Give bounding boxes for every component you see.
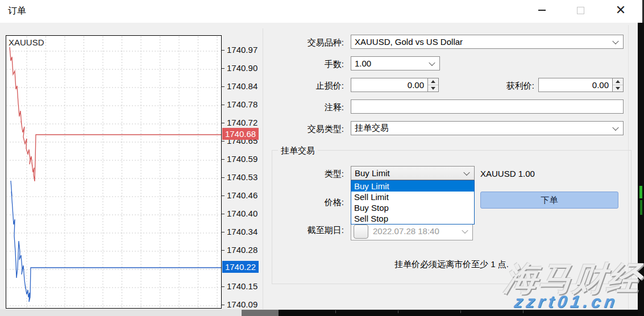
axis-tick	[222, 305, 225, 305]
trade-type-label: 交易类型:	[270, 124, 344, 135]
takeprofit-value: 0.00	[592, 80, 609, 90]
axis-price-label: 1740.90	[227, 63, 257, 73]
axis-tick	[222, 196, 225, 196]
axis-tick	[222, 286, 225, 287]
chevron-down-icon	[612, 38, 618, 44]
axis-price-label: 1740.59	[227, 154, 257, 164]
time-tick	[398, 310, 398, 313]
volume-value: 1.00	[355, 59, 371, 68]
stoploss-input[interactable]: 0.00	[351, 78, 428, 92]
axis-tick	[222, 68, 225, 69]
time-tick	[335, 310, 336, 313]
time-tick	[523, 310, 523, 313]
axis-price-label: 1740.09	[227, 300, 257, 309]
axis-price-label: 1740.28	[227, 245, 257, 255]
axis-tick	[222, 159, 225, 160]
expiry-label: 截至期日:	[270, 225, 344, 236]
axis-tick	[222, 214, 225, 214]
expiry-checkbox[interactable]	[354, 224, 368, 239]
volume-label: 手数:	[270, 59, 344, 70]
axis-tick	[222, 232, 225, 232]
chart-symbol-label: XAUUSD	[9, 38, 44, 47]
background-chart-strip	[638, 23, 644, 316]
place-order-button[interactable]: 下单	[480, 192, 618, 209]
title-bar: 订单 ✕	[0, 0, 644, 23]
order-type-select[interactable]: Buy Limit	[351, 166, 475, 180]
axis-price-label: 1740.72	[227, 118, 257, 127]
candle-mark	[640, 200, 642, 215]
step-up-button[interactable]	[613, 78, 623, 85]
axis-price-label: 1740.78	[227, 99, 257, 109]
minimize-icon	[538, 10, 546, 11]
trade-type-value: 挂单交易	[355, 123, 389, 134]
symbol-select[interactable]: XAUUSD, Gold vs US Dollar	[351, 35, 624, 49]
close-icon: ✕	[616, 3, 626, 18]
axis-price-label: 1740.97	[227, 45, 257, 55]
stoploss-label: 止损价:	[270, 81, 344, 92]
comment-label: 注释:	[270, 102, 344, 113]
time-tick	[460, 310, 461, 313]
pending-price-hint: 挂单价必须远离市价至少 1 点.	[272, 259, 631, 270]
axis-tick	[222, 105, 225, 105]
expiry-value: 2022.07.28 18:40	[373, 226, 439, 236]
bid-price-tag: 1740.22	[222, 261, 259, 273]
time-axis-strip	[279, 310, 644, 316]
axis-tick	[222, 123, 225, 123]
ask-price-tag: 1740.68	[222, 128, 259, 140]
step-down-button[interactable]	[428, 85, 438, 92]
maximize-icon	[577, 7, 584, 14]
axis-price-label: 1740.40	[227, 209, 257, 218]
watermark-url: zzrt01.cn	[513, 292, 620, 311]
chevron-down-icon	[462, 227, 468, 234]
step-down-button[interactable]	[613, 85, 623, 92]
chart-canvas	[6, 36, 221, 308]
volume-select[interactable]: 1.00	[351, 56, 440, 70]
axis-price-label: 1740.84	[227, 81, 257, 91]
background-time-axis	[0, 309, 644, 316]
chevron-down-icon	[463, 169, 470, 175]
symbol-value: XAUUSD, Gold vs US Dollar	[355, 37, 463, 47]
axis-price-label: 1740.15	[227, 281, 257, 291]
comment-input[interactable]	[351, 99, 624, 114]
axis-tick	[222, 50, 225, 51]
takeprofit-label: 获利价:	[460, 81, 534, 92]
axis-tick	[222, 250, 225, 251]
order-info-text: XAUUSD 1.00	[480, 169, 535, 178]
candle-mark	[639, 186, 642, 198]
order-type-option[interactable]: Sell Limit	[351, 192, 474, 202]
arrow-up-icon	[616, 80, 620, 83]
axis-price-label: 1740.46	[227, 190, 257, 200]
trade-type-select[interactable]: 挂单交易	[351, 121, 624, 135]
chevron-down-icon	[429, 59, 435, 65]
tick-chart: XAUUSD	[6, 35, 222, 309]
axis-tick	[222, 177, 225, 178]
takeprofit-input[interactable]: 0.00	[538, 78, 613, 92]
stoploss-value: 0.00	[408, 80, 424, 90]
maximize-button[interactable]	[567, 0, 593, 20]
window-title: 订单	[8, 5, 26, 17]
bid-line	[11, 181, 221, 302]
order-type-option[interactable]: Sell Stop	[351, 213, 474, 224]
order-type-option[interactable]: Buy Stop	[351, 202, 474, 213]
chart-grid	[7, 36, 221, 307]
ask-line	[10, 47, 221, 181]
takeprofit-stepper[interactable]	[612, 78, 624, 92]
order-type-listbox[interactable]: Buy LimitSell LimitBuy StopSell Stop	[351, 180, 475, 224]
pending-order-group-title: 挂单交易	[278, 145, 318, 156]
scrollbar-thumb[interactable]	[242, 310, 279, 316]
arrow-up-icon	[431, 80, 435, 83]
axis-price-label: 1740.53	[227, 172, 257, 182]
chevron-down-icon	[612, 124, 618, 130]
close-button[interactable]: ✕	[606, 0, 635, 20]
order-type-label: 类型:	[270, 169, 344, 180]
step-up-button[interactable]	[428, 78, 438, 85]
axis-price-label: 1740.34	[227, 227, 257, 236]
order-type-option[interactable]: Buy Limit	[351, 181, 474, 192]
minimize-button[interactable]	[529, 0, 555, 20]
divider	[263, 28, 263, 309]
order-type-value: Buy Limit	[355, 168, 390, 178]
price-label: 价格:	[270, 197, 344, 208]
axis-tick	[222, 141, 225, 142]
expiry-field[interactable]: 2022.07.28 18:40	[351, 222, 473, 240]
stoploss-stepper[interactable]	[427, 78, 439, 92]
